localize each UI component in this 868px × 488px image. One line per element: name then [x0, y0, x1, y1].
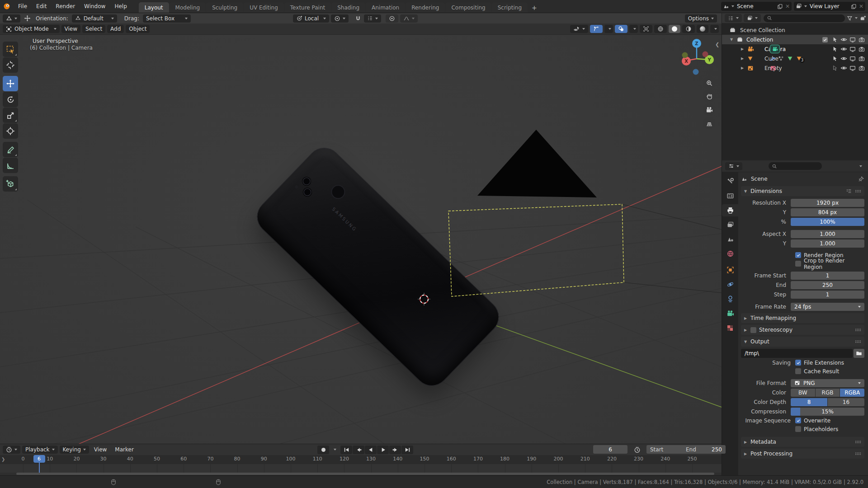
- measure-tool[interactable]: [3, 158, 18, 173]
- properties-search-input[interactable]: [769, 162, 822, 170]
- panel-dimensions[interactable]: ▼Dimensions: [741, 186, 864, 196]
- placeholders-checkbox[interactable]: [795, 426, 801, 432]
- aspect-y-field[interactable]: 1.000: [791, 239, 864, 248]
- cursor-tool[interactable]: [3, 57, 18, 73]
- properties-editor-type-dropdown[interactable]: [725, 162, 742, 170]
- expander-icon[interactable]: ▶: [741, 66, 745, 70]
- camera-view-icon[interactable]: [703, 103, 715, 116]
- tab-render[interactable]: [722, 190, 738, 202]
- copy-scene-icon[interactable]: [777, 4, 783, 9]
- tab-scene[interactable]: [722, 233, 738, 245]
- timeline-marker-menu[interactable]: Marker: [112, 446, 137, 454]
- frame-rate-dropdown[interactable]: 24 fps: [791, 303, 864, 311]
- tab-tool[interactable]: [722, 175, 738, 188]
- cache-result-checkbox[interactable]: [795, 368, 801, 374]
- tab-shading[interactable]: Shading: [331, 2, 365, 13]
- menu-edit[interactable]: Edit: [32, 0, 51, 13]
- timeline-view-menu[interactable]: View: [91, 446, 110, 454]
- render-disable-icon[interactable]: [859, 37, 865, 43]
- shading-wireframe-button[interactable]: [654, 25, 667, 33]
- tab-rendering[interactable]: Rendering: [406, 2, 445, 13]
- gizmos-toggle[interactable]: [590, 25, 603, 33]
- render-disable-icon[interactable]: [859, 56, 865, 62]
- previous-keyframe-button[interactable]: [353, 446, 364, 454]
- viewport-disable-icon[interactable]: [849, 56, 856, 62]
- auto-keyframe-dropdown[interactable]: [330, 446, 338, 454]
- snap-settings-dropdown[interactable]: [364, 14, 381, 23]
- transform-tool[interactable]: [3, 123, 18, 139]
- depth-8-button[interactable]: 8: [791, 398, 827, 406]
- presets-icon[interactable]: [846, 188, 852, 194]
- color-rgb-button[interactable]: RGB: [816, 389, 840, 397]
- timeline-scrollbar[interactable]: [16, 473, 714, 475]
- overlays-toggle[interactable]: [615, 25, 627, 33]
- pan-hand-icon[interactable]: [703, 90, 715, 102]
- render-disable-icon[interactable]: [859, 46, 865, 52]
- gizmos-dropdown[interactable]: [604, 25, 613, 33]
- shading-dropdown[interactable]: [710, 25, 719, 33]
- browse-folder-icon[interactable]: [854, 349, 864, 358]
- panel-post-processing[interactable]: ▶Post Processing: [741, 449, 864, 459]
- timeline-editor-type-dropdown[interactable]: [3, 446, 20, 454]
- outliner-display-mode-dropdown[interactable]: [744, 14, 761, 22]
- pivot-point-dropdown[interactable]: [331, 14, 349, 23]
- output-path-field[interactable]: /tmp\: [741, 349, 853, 358]
- shading-material-button[interactable]: [682, 25, 695, 33]
- use-preview-range-icon[interactable]: [631, 446, 643, 454]
- timeline-track[interactable]: [0, 464, 722, 473]
- panel-output[interactable]: ▼Output: [741, 337, 864, 347]
- tab-compositing[interactable]: Compositing: [445, 2, 491, 13]
- hide-eye-icon[interactable]: [840, 36, 847, 43]
- viewport-menu-view[interactable]: View: [61, 25, 80, 33]
- outliner-editor-type-dropdown[interactable]: [725, 14, 742, 22]
- remove-view-layer-icon[interactable]: ✕: [859, 3, 863, 9]
- file-extensions-checkbox[interactable]: [795, 360, 801, 366]
- mesh-data-icon[interactable]: [787, 56, 793, 61]
- proportional-falloff-dropdown[interactable]: [400, 14, 418, 23]
- move-tool-icon[interactable]: [21, 15, 33, 22]
- overwrite-checkbox[interactable]: [795, 418, 801, 423]
- menu-window[interactable]: Window: [80, 0, 110, 13]
- unlink-scene-icon[interactable]: ✕: [785, 3, 790, 9]
- render-disable-icon[interactable]: [859, 65, 865, 71]
- current-frame-field[interactable]: 6: [593, 445, 627, 454]
- tab-view-layer[interactable]: [722, 219, 738, 231]
- outliner-filter-icon[interactable]: [847, 15, 858, 21]
- modifier-wrench-icon[interactable]: [770, 56, 776, 61]
- orientation-dropdown[interactable]: Default: [72, 14, 117, 23]
- outliner-row-scene-collection[interactable]: Scene Collection: [722, 25, 868, 35]
- expander-icon[interactable]: ▶: [741, 56, 745, 61]
- tab-constraints[interactable]: [722, 293, 738, 305]
- tab-animation[interactable]: Animation: [366, 2, 405, 13]
- expander-icon[interactable]: ▶: [741, 47, 745, 51]
- tab-output[interactable]: [722, 204, 738, 216]
- render-region-checkbox[interactable]: [795, 252, 801, 258]
- hide-eye-icon[interactable]: [840, 46, 847, 52]
- shading-solid-button[interactable]: [669, 25, 680, 33]
- panel-stereoscopy[interactable]: ▶ Stereoscopy: [741, 325, 864, 335]
- menu-file[interactable]: File: [14, 0, 32, 13]
- selectable-icon[interactable]: [832, 37, 838, 43]
- play-reverse-button[interactable]: [365, 446, 377, 454]
- resolution-percent-slider[interactable]: 100%: [791, 218, 864, 226]
- tab-object[interactable]: [722, 264, 738, 276]
- nodes-icon[interactable]: [778, 56, 784, 61]
- tab-modeling[interactable]: Modeling: [170, 2, 206, 13]
- selectable-icon[interactable]: [832, 56, 838, 62]
- panel-metadata[interactable]: ▶Metadata: [741, 437, 864, 447]
- frame-start-field[interactable]: 1: [791, 272, 864, 280]
- tab-texture-paint[interactable]: Texture Paint: [284, 2, 331, 13]
- copy-view-layer-icon[interactable]: [851, 4, 857, 9]
- camera-frame[interactable]: [448, 204, 624, 296]
- outliner-row-empty[interactable]: ▶ Empty: [722, 63, 868, 73]
- shading-rendered-button[interactable]: [697, 25, 708, 33]
- menu-help[interactable]: Help: [110, 0, 131, 13]
- mode-dropdown[interactable]: Object Mode: [3, 25, 60, 33]
- crop-region-checkbox[interactable]: [795, 261, 801, 267]
- scale-tool[interactable]: [3, 108, 18, 123]
- viewport-3d[interactable]: Object Mode View Select Add Object: [0, 23, 722, 444]
- tab-layout[interactable]: Layout: [139, 2, 169, 13]
- blender-logo-icon[interactable]: [0, 2, 14, 10]
- selectable-icon[interactable]: [832, 46, 838, 52]
- timeline-ruler[interactable]: 0102030405060708090100110120130140150160…: [0, 455, 722, 465]
